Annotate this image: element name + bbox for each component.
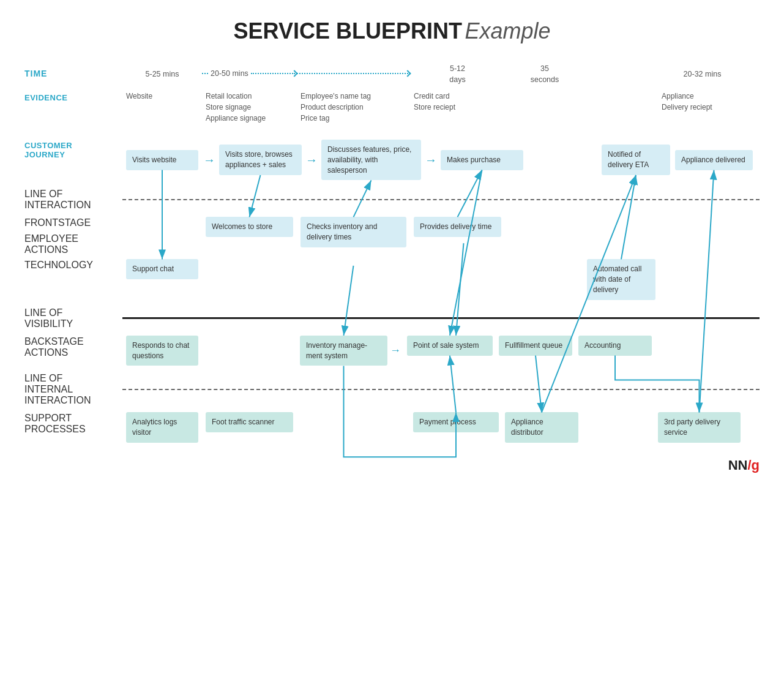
time-col4: 35seconds (531, 64, 559, 84)
line-interaction-row: LINE OF INTERACTION (24, 189, 760, 211)
arrow-1: → (203, 154, 215, 166)
evidence-col3: Employee's name tagProduct descriptionPr… (301, 91, 406, 124)
time-col1: 5-25 mins (146, 70, 179, 78)
time-label: TIME (24, 69, 122, 78)
frontstage-section: FRONTSTAGE EMPLOYEE ACTIONS Welcomes to … (24, 214, 760, 255)
bs-inventory: Inventory manage-ment system (300, 336, 387, 366)
evidence-col1: Website (126, 91, 198, 102)
cj-makes-purchase: Makes purchase (441, 150, 523, 170)
tech-automated-call: Automated call with date of delivery (587, 259, 655, 299)
cj-notified-eta: Notified of delivery ETA (602, 145, 670, 175)
technology-row: TECHNOLOGY Support chat Automated call w… (24, 257, 760, 302)
bs-fulfillment: Fullfillment queue (499, 336, 572, 356)
nngroup-logo: NN/g (728, 457, 760, 473)
page-title: SERVICE BLUEPRINT Example (24, 18, 760, 44)
bs-arrow: → (390, 344, 401, 357)
customer-journey-label: CUSTOMER (24, 141, 116, 150)
time-content: 5-25 mins 20-50 mins 5-12days 35seconds (122, 62, 760, 85)
sp-analytics: Analytics logs visitor (126, 412, 198, 443)
sp-3rd-party: 3rd party delivery service (658, 412, 741, 443)
evidence-col7: ApplianceDelivery reciept (662, 91, 743, 113)
evidence-col4: Credit cardStore reciept (414, 91, 501, 113)
bs-pos: Point of sale system (407, 336, 493, 356)
evidence-col2: Retail locationStore signageAppliance si… (206, 91, 293, 124)
bs-accounting: Accounting (578, 336, 652, 356)
tech-support-chat: Support chat (126, 259, 198, 279)
fs-welcomes: Welcomes to store (206, 217, 293, 237)
arrow-3: → (425, 154, 437, 166)
footer: NN/g (24, 457, 760, 473)
support-section: SUPPORT PROCESSES Analytics logs visitor… (24, 410, 760, 445)
cj-visits-website: Visits website (126, 150, 198, 170)
fs-provides-delivery: Provides delivery time (414, 217, 501, 237)
sp-foot-traffic: Foot traffic scanner (206, 412, 293, 432)
bs-responds-chat: Responds to chat questions (126, 336, 198, 366)
sp-appliance-dist: Appliance distributor (505, 412, 578, 443)
cj-appliance-delivered: Appliance delivered (675, 150, 753, 170)
time-col2: 20-50 mins (211, 69, 248, 78)
fs-checks-inventory: Checks inventory and delivery times (301, 217, 406, 247)
sp-payment: Payment process (413, 412, 499, 432)
time-col5: 20-32 mins (684, 70, 722, 78)
customer-journey-section: CUSTOMER JOURNEY Visits website → Visits… (24, 135, 760, 185)
evidence-row: EVIDENCE Website Retail locationStore si… (24, 91, 760, 124)
evidence-content: Website Retail locationStore signageAppl… (122, 91, 760, 124)
time-col3: 5-12days (449, 64, 465, 84)
cj-visits-store: Visits store, browses appliances + sales (219, 145, 302, 175)
time-row: TIME 5-25 mins 20-50 mins 5-12days (24, 62, 760, 85)
cj-discusses: Discusses features, price, availability,… (321, 140, 421, 180)
arrow-2: → (305, 154, 318, 166)
evidence-label: EVIDENCE (24, 91, 122, 102)
line-visibility-row: LINE OF VISIBILITY (24, 307, 760, 329)
line-internal-row: LINE OF INTERNAL INTERACTION (24, 373, 760, 406)
backstage-section: BACKSTAGE ACTIONS Responds to chat quest… (24, 333, 760, 369)
